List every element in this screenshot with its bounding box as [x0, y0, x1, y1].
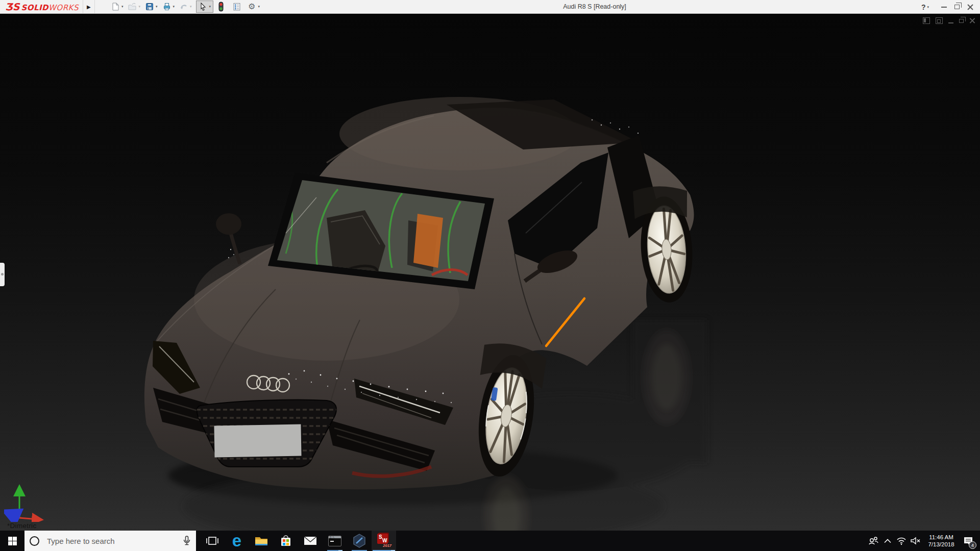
windows-logo-icon — [8, 537, 17, 545]
taskbar-clock[interactable]: 11:46 AM 7/13/2018 — [923, 534, 960, 548]
menu-flyout-button[interactable]: ▶ — [83, 0, 94, 13]
people-button[interactable] — [866, 536, 881, 545]
solidworks-window: ƷSSOLIDWORKS ▶ ▾ ▾ — [0, 0, 980, 551]
chevron-up-icon — [884, 539, 891, 543]
flyout-grip-dot — [1, 273, 4, 276]
close-icon — [967, 4, 973, 10]
license-plate — [214, 424, 301, 458]
dropdown-arrow[interactable]: ▾ — [209, 5, 211, 9]
system-tray: 11:46 AM 7/13/2018 4 — [866, 531, 980, 551]
graphics-viewport[interactable]: *Dimetric — [0, 14, 980, 531]
z-axis-arrow — [10, 514, 19, 518]
taskbar-file-explorer[interactable] — [249, 531, 274, 551]
file-explorer-icon — [254, 535, 268, 547]
taskbar-store[interactable] — [274, 531, 298, 551]
print-button[interactable]: ▾ — [162, 2, 176, 12]
taskbar-edge[interactable]: e — [225, 531, 249, 551]
new-document-button[interactable]: ▾ — [110, 2, 124, 12]
open-button[interactable]: ▾ — [127, 2, 141, 12]
windows-taskbar: e C:\ — [0, 531, 980, 551]
help-button[interactable]: ? ▾ — [921, 3, 929, 11]
file-properties-button[interactable] — [232, 2, 242, 12]
dropdown-arrow: ▾ — [138, 5, 140, 9]
select-cursor-icon — [199, 2, 208, 11]
dropdown-arrow[interactable]: ▾ — [156, 5, 158, 9]
taskbar-command-prompt[interactable]: C:\ — [323, 531, 347, 551]
gear-icon: ⚙ — [248, 3, 255, 11]
taskbar-search[interactable] — [24, 531, 196, 551]
cmd-titlebar-text: C:\ — [330, 536, 334, 539]
action-center-button[interactable]: 4 — [960, 531, 977, 551]
mail-icon — [304, 536, 317, 546]
help-label: ? — [921, 3, 926, 11]
solidworks-2017-icon: S W 2017 — [376, 534, 391, 548]
display-pane-icon[interactable] — [923, 17, 930, 24]
dropdown-arrow[interactable]: ▾ — [258, 5, 260, 9]
save-button[interactable]: ▾ — [144, 2, 158, 12]
interior-orange-panel — [413, 214, 443, 268]
taskbar-solidworks[interactable]: S W 2017 — [372, 531, 396, 551]
divider — [94, 0, 95, 13]
preview-pane-icon[interactable] — [936, 17, 943, 24]
solidworks-logo-glyph: ƷS — [5, 1, 19, 12]
select-tool-button[interactable]: ▾ — [196, 1, 214, 13]
microphone-icon[interactable] — [183, 536, 191, 546]
title-bar: ƷSSOLIDWORKS ▶ ▾ ▾ — [0, 0, 980, 14]
x-axis-arrow — [19, 518, 38, 519]
solidworks-logo: ƷSSOLIDWORKS — [5, 1, 79, 12]
taskbar-visualize-app[interactable] — [347, 531, 372, 551]
task-view-icon — [206, 535, 218, 546]
dropdown-arrow[interactable]: ▾ — [173, 5, 175, 9]
edge-icon: e — [232, 532, 241, 549]
close-button[interactable] — [964, 0, 977, 14]
document-restore-icon[interactable] — [959, 19, 964, 23]
window-caption-controls: ? ▾ — [921, 0, 977, 14]
store-icon — [280, 535, 292, 547]
document-close-icon[interactable] — [969, 18, 975, 23]
cortana-icon[interactable] — [30, 536, 39, 546]
wifi-icon — [896, 537, 906, 545]
save-floppy-icon — [145, 2, 154, 11]
rebuild-stoplight-button[interactable] — [217, 1, 225, 12]
undo-icon — [179, 2, 188, 11]
people-icon — [868, 536, 879, 545]
restore-button[interactable] — [950, 0, 964, 14]
document-minimize-icon[interactable] — [948, 22, 953, 23]
options-button[interactable]: ⚙ ▾ — [248, 2, 260, 11]
3d-model-audi-r8[interactable] — [0, 14, 980, 531]
file-properties-icon — [232, 2, 241, 11]
taskbar-mail[interactable] — [298, 531, 323, 551]
open-folder-icon — [128, 2, 137, 11]
dropdown-arrow[interactable]: ▾ — [927, 5, 929, 9]
restore-icon — [954, 5, 960, 9]
dropdown-arrow[interactable]: ▾ — [121, 5, 124, 9]
start-button[interactable] — [0, 531, 24, 551]
view-orientation-label: *Dimetric — [7, 522, 36, 530]
network-button[interactable] — [894, 537, 909, 545]
left-mirror[interactable] — [216, 213, 241, 264]
minimize-button[interactable] — [937, 0, 950, 14]
hexagon-app-icon — [353, 534, 366, 548]
sw-year-label: 2017 — [383, 543, 391, 548]
orientation-triad — [4, 482, 50, 522]
tray-overflow-button[interactable] — [881, 539, 894, 543]
document-window-controls — [923, 17, 975, 24]
volume-button[interactable] — [909, 537, 923, 545]
undo-button[interactable]: ▾ — [179, 2, 192, 12]
print-icon — [162, 2, 172, 11]
search-input[interactable] — [47, 537, 164, 545]
notification-badge: 4 — [969, 541, 976, 549]
command-prompt-icon: C:\ — [328, 536, 341, 546]
new-document-icon — [111, 2, 120, 11]
speaker-muted-icon — [911, 537, 921, 545]
clock-date: 7/13/2018 — [923, 541, 960, 548]
dropdown-arrow: ▾ — [190, 5, 192, 9]
task-view-button[interactable] — [200, 531, 225, 551]
minimize-icon — [941, 7, 947, 8]
quick-access-toolbar: ▾ ▾ ▾ ▾ — [110, 0, 264, 14]
rebuild-stoplight-icon — [217, 2, 225, 12]
document-title: Audi R8 S [Read-only] — [531, 3, 658, 10]
feature-tree-flyout-tab[interactable] — [0, 263, 5, 286]
clock-time: 11:46 AM — [923, 534, 960, 541]
